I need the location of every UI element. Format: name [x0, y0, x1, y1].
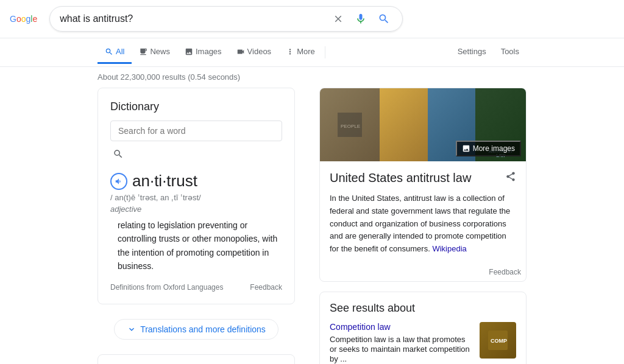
- knowledge-feedback: Feedback: [320, 265, 526, 281]
- dictionary-card: Dictionary an·ti·trust / an(t)ē ˈtrəst, …: [98, 88, 295, 304]
- word-section: an·ti·trust / an(t)ē ˈtrəst, an ˌtī ˈtrə…: [110, 172, 282, 292]
- knowledge-header: United States antitrust law: [330, 171, 516, 185]
- see-results-content: Competition law Competition law is a law…: [330, 322, 472, 363]
- google-logo[interactable]: Google: [10, 14, 37, 24]
- knowledge-title: United States antitrust law: [330, 171, 471, 185]
- knowledge-image-1: PEOPLE: [320, 88, 380, 161]
- translations-button[interactable]: Translations and more definitions: [114, 319, 278, 340]
- word-main: an·ti·trust: [132, 172, 197, 191]
- dictionary-footer: Definitions from Oxford Languages Feedba…: [110, 283, 282, 292]
- see-results-link[interactable]: Competition law: [330, 322, 472, 332]
- nav-divider: [325, 46, 325, 58]
- see-results-image: COMP: [480, 322, 516, 359]
- results-count-container: About 22,300,000 results (0.54 seconds): [0, 67, 624, 82]
- translations-container: Translations and more definitions: [98, 314, 295, 345]
- nav-item-more[interactable]: More: [278, 41, 322, 64]
- search-input[interactable]: [60, 13, 330, 24]
- dictionary-search-input[interactable]: [110, 121, 282, 141]
- results-container: Dictionary an·ti·trust / an(t)ē ˈtrəst, …: [0, 82, 624, 364]
- dictionary-feedback[interactable]: Feedback: [250, 283, 282, 292]
- audio-button[interactable]: [110, 173, 127, 190]
- nav-item-tools[interactable]: Tools: [494, 41, 526, 64]
- nav-item-settings[interactable]: Settings: [450, 41, 494, 64]
- word-audio: an·ti·trust: [110, 172, 282, 191]
- nav-item-images[interactable]: Images: [177, 41, 229, 64]
- nav-item-all[interactable]: All: [98, 41, 132, 64]
- more-images-button[interactable]: More images: [456, 141, 521, 156]
- knowledge-images-wrap: PEOPLE ANTITRUSTLAW More images: [320, 88, 526, 161]
- see-results-desc: Competition law is a law that promotes o…: [330, 335, 470, 363]
- see-results-item: Competition law Competition law is a law…: [330, 322, 516, 363]
- knowledge-panel: PEOPLE ANTITRUSTLAW More images United S…: [319, 88, 526, 282]
- dictionary-title: Dictionary: [110, 100, 282, 113]
- navigation: All News Images Videos More Settings Too…: [0, 38, 624, 67]
- people-also-ask-card: People also ask What is an example of an…: [98, 354, 295, 364]
- nav-item-videos[interactable]: Videos: [229, 41, 279, 64]
- share-button[interactable]: [505, 171, 516, 184]
- search-bar: [49, 6, 403, 32]
- results-left: Dictionary an·ti·trust / an(t)ē ˈtrəst, …: [98, 88, 295, 364]
- svg-text:COMP: COMP: [491, 338, 507, 344]
- dictionary-search-icon[interactable]: [110, 146, 282, 162]
- word-phonetic: / an(t)ē ˈtrəst, an ˌtī ˈtrəst/: [110, 193, 282, 202]
- clear-search-button[interactable]: [330, 11, 346, 27]
- voice-search-button[interactable]: [352, 10, 369, 27]
- dictionary-source: Definitions from Oxford Languages: [110, 283, 223, 292]
- see-results-title: See results about: [330, 302, 516, 315]
- header: Google: [0, 0, 624, 38]
- word-definition: relating to legislation preventing or co…: [110, 219, 282, 273]
- google-search-button[interactable]: [375, 10, 392, 27]
- knowledge-body: United States antitrust law In the Unite…: [320, 161, 526, 265]
- svg-text:PEOPLE: PEOPLE: [341, 124, 360, 129]
- knowledge-description: In the United States, antitrust law is a…: [330, 192, 516, 256]
- word-pos: adjective: [110, 205, 282, 214]
- knowledge-image-2: [380, 88, 428, 161]
- search-icons: [330, 10, 392, 27]
- see-results-panel: See results about Competition law Compet…: [319, 292, 526, 364]
- results-count: About 22,300,000 results (0.54 seconds): [98, 72, 240, 82]
- nav-item-news[interactable]: News: [132, 41, 177, 64]
- wikipedia-link[interactable]: Wikipedia: [432, 244, 466, 253]
- results-right: PEOPLE ANTITRUSTLAW More images United S…: [319, 88, 526, 364]
